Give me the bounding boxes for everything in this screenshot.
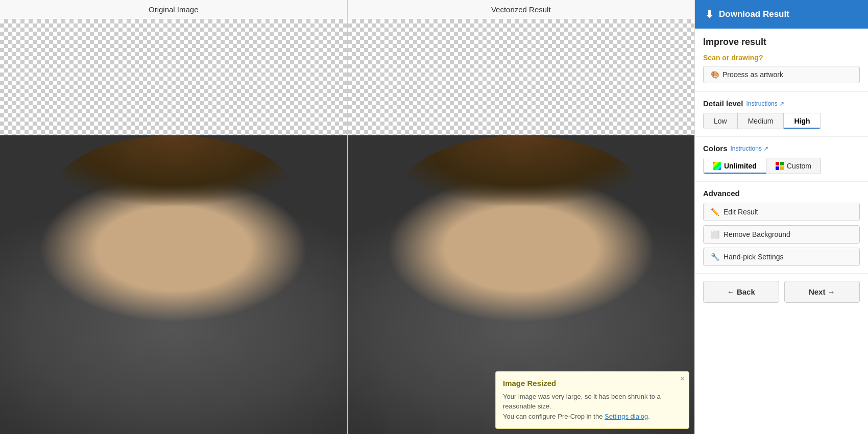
- palette-icon: 🎨: [711, 70, 719, 79]
- image-area: Original Image Vectorized Result: [0, 0, 694, 434]
- edit-result-button[interactable]: ✏️ Edit Result: [703, 203, 860, 221]
- unlimited-color-swatch: [713, 162, 721, 170]
- artwork-btn-label: Process as artwork: [722, 70, 783, 79]
- eraser-icon: ⬜: [711, 230, 719, 238]
- navigation-section: ← Back Next →: [695, 274, 868, 310]
- colors-unlimited-button[interactable]: Unlimited: [704, 158, 766, 174]
- detail-level-text: Detail level: [703, 99, 743, 108]
- download-label: Download Result: [719, 9, 789, 19]
- detail-high-button[interactable]: High: [784, 113, 820, 129]
- left-image-render: [0, 19, 347, 434]
- remove-bg-label: Remove Background: [724, 230, 790, 238]
- improve-result-heading: Improve result: [703, 37, 860, 47]
- colors-btn-group: Unlimited Custom: [703, 158, 821, 174]
- unlimited-label: Unlimited: [724, 162, 757, 170]
- download-result-button[interactable]: ⬇ Download Result: [695, 0, 868, 29]
- right-hair-sim: [399, 135, 642, 255]
- notification-body: Your image was very large, so it has bee…: [503, 392, 674, 422]
- colors-instructions-link[interactable]: Instructions ↗: [731, 145, 769, 152]
- svg-rect-1: [780, 162, 784, 165]
- colors-label: Colors Instructions ↗: [703, 144, 860, 153]
- left-panel: Original Image: [0, 0, 348, 434]
- svg-rect-3: [780, 166, 784, 170]
- colors-custom-button[interactable]: Custom: [766, 158, 821, 174]
- colors-section: Colors Instructions ↗ Unlimited Custom: [695, 137, 868, 182]
- handpick-label: Hand-pick Settings: [724, 253, 784, 261]
- notification-body1: Your image was very large, so it has bee…: [503, 393, 661, 411]
- pencil-icon: ✏️: [711, 208, 719, 216]
- handpick-settings-button[interactable]: 🔧 Hand-pick Settings: [703, 248, 860, 266]
- svg-rect-0: [776, 162, 779, 165]
- custom-label: Custom: [787, 162, 811, 170]
- notification-title: Image Resized: [503, 379, 674, 388]
- next-button[interactable]: Next →: [784, 281, 860, 303]
- notification: Image Resized Your image was very large,…: [495, 371, 689, 429]
- colors-text: Colors: [703, 144, 728, 153]
- sidebar: ⬇ Download Result Improve result Scan or…: [694, 0, 868, 434]
- advanced-label: Advanced: [703, 189, 860, 198]
- back-button[interactable]: ← Back: [703, 281, 779, 303]
- image-panels: Original Image Vectorized Result: [0, 0, 694, 434]
- download-icon: ⬇: [705, 8, 714, 20]
- left-photo: [0, 135, 347, 434]
- settings-dialog-link[interactable]: Settings dialog: [605, 413, 648, 420]
- left-panel-title: Original Image: [0, 0, 347, 19]
- right-panel: Vectorized Result Image Resized Your ima…: [348, 0, 695, 434]
- advanced-section: Advanced ✏️ Edit Result ⬜ Remove Backgro…: [695, 182, 868, 274]
- detail-level-section: Detail level Instructions ↗ Low Medium H…: [695, 92, 868, 137]
- remove-background-button[interactable]: ⬜ Remove Background: [703, 225, 860, 244]
- left-panel-content: [0, 19, 347, 434]
- scan-drawing-label: Scan or drawing?: [703, 54, 860, 62]
- svg-rect-2: [776, 166, 779, 170]
- notification-body3: .: [648, 413, 650, 420]
- settings-icon: 🔧: [711, 253, 719, 261]
- custom-color-icon: [776, 162, 784, 170]
- detail-low-button[interactable]: Low: [704, 113, 738, 129]
- detail-medium-button[interactable]: Medium: [738, 113, 784, 129]
- notification-body2: You can configure Pre-Crop in the: [503, 413, 605, 420]
- detail-level-btn-group: Low Medium High: [703, 113, 821, 129]
- detail-instructions-link[interactable]: Instructions ↗: [746, 100, 784, 107]
- process-as-artwork-button[interactable]: 🎨 Process as artwork: [703, 66, 860, 83]
- edit-result-label: Edit Result: [724, 208, 758, 216]
- right-panel-title: Vectorized Result: [348, 0, 695, 19]
- notification-close-button[interactable]: ×: [680, 375, 685, 383]
- improve-result-section: Improve result Scan or drawing? 🎨 Proces…: [695, 29, 868, 92]
- left-hair-sim: [52, 135, 295, 255]
- detail-level-label: Detail level Instructions ↗: [703, 99, 860, 108]
